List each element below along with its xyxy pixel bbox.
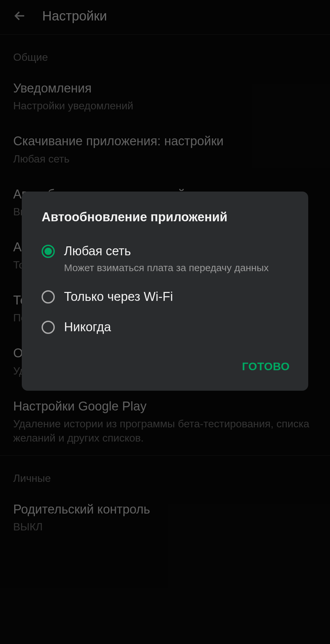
autoupdate-dialog: Автообновление приложений Любая сеть Мож… bbox=[22, 192, 308, 391]
option-subtitle: Может взиматься плата за передачу данных bbox=[64, 261, 288, 275]
option-any-network[interactable]: Любая сеть Может взиматься плата за пере… bbox=[35, 236, 295, 282]
option-label: Только через Wi-Fi bbox=[64, 289, 288, 305]
option-texts: Только через Wi-Fi bbox=[64, 289, 288, 305]
option-texts: Никогда bbox=[64, 319, 288, 335]
radio-icon bbox=[42, 321, 55, 334]
dialog-title: Автообновление приложений bbox=[22, 192, 308, 236]
dialog-actions: ГОТОВО bbox=[22, 342, 308, 384]
option-label: Никогда bbox=[64, 319, 288, 335]
option-label: Любая сеть bbox=[64, 243, 288, 259]
option-never[interactable]: Никогда bbox=[35, 312, 295, 342]
radio-icon bbox=[42, 290, 55, 304]
radio-icon bbox=[42, 245, 55, 258]
confirm-button[interactable]: ГОТОВО bbox=[238, 357, 294, 376]
option-texts: Любая сеть Может взиматься плата за пере… bbox=[64, 243, 288, 274]
dialog-options: Любая сеть Может взиматься плата за пере… bbox=[22, 236, 308, 342]
option-wifi-only[interactable]: Только через Wi-Fi bbox=[35, 282, 295, 312]
